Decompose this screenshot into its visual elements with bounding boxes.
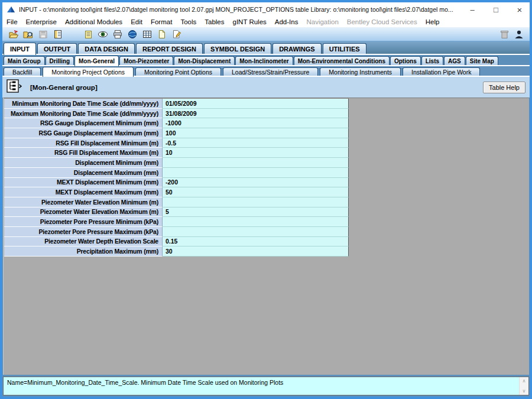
field-value-cell[interactable]: 100 [163,128,349,138]
menu-item[interactable]: Enterprise [22,18,61,25]
tab[interactable]: Load/Stress/Strain/Pressure [223,67,318,76]
table-row: RSG Fill Displacement Maximum (m) 10 [4,148,349,158]
print-icon[interactable] [110,28,125,40]
tab[interactable]: DRAWINGS [273,43,322,54]
menu-item[interactable]: Tables [200,18,228,25]
field-label: MEXT Displacement Maximum (mm) [4,187,163,197]
tab[interactable]: Main Group [4,56,45,65]
preview-eye-icon[interactable] [95,28,110,40]
tab[interactable]: DATA DESIGN [78,43,135,54]
menu-item[interactable]: Format [147,18,176,25]
field-label: RSG Fill Displacement Minimum (m) [4,138,163,148]
tab[interactable]: AGS [444,56,465,65]
tab[interactable]: Mon-General [74,56,119,66]
scroll-down-icon[interactable]: ∨ [523,388,526,394]
table-row: Piezometer Water Depth Elevation Scale 0… [4,237,349,247]
table-row: Maximum Monitoring Date Time Scale (dd/m… [4,109,349,119]
field-value-cell[interactable]: -200 [163,178,349,188]
field-label: MEXT Displacement Minimum (mm) [4,178,163,188]
tab[interactable]: Mon-Inclinometer [235,56,293,65]
table-row: Displacement Minimum (mm) [4,158,349,168]
field-label: Displacement Minimum (mm) [4,158,163,168]
maximize-button[interactable]: □ [486,2,506,17]
field-value-cell[interactable]: 0.15 [163,237,349,247]
tab[interactable]: Site Map [466,56,498,65]
minimize-button[interactable]: – [462,2,482,17]
table-grid-icon[interactable] [140,28,154,40]
table-row: Displacement Maximum (mm) [4,168,349,178]
menu-item[interactable]: Add-Ins [271,18,303,25]
field-value-cell[interactable] [163,197,349,207]
tab[interactable]: Drilling [46,56,74,65]
folder-search-icon[interactable] [21,28,35,40]
tab[interactable]: Mon-Environmental Conditions [294,56,390,65]
tab[interactable]: Monitoring Instruments [320,67,401,76]
menu-item[interactable]: gINT Rules [228,18,270,25]
open-project-icon[interactable] [6,28,21,40]
field-value-cell[interactable]: -1000 [163,118,349,128]
globe-export-icon[interactable] [125,28,140,40]
field-value-cell[interactable]: 5 [163,207,349,218]
field-value-cell[interactable]: -0.5 [163,138,349,148]
table-row: Precipitation Maximum (mm) 30 [4,246,349,257]
new-document-icon[interactable] [154,28,169,40]
tab[interactable]: INPUT [4,43,36,55]
field-label: RSG Fill Displacement Maximum (m) [4,148,163,158]
table-row: RSG Gauge Displacement Maximum (mm) 100 [4,128,349,138]
field-value-cell[interactable] [163,227,349,237]
field-value-cell[interactable]: 30 [163,246,349,257]
field-value-cell[interactable]: 01/05/2009 [163,99,349,109]
field-value-cell[interactable]: 31/08/2009 [163,109,349,119]
table-properties-icon[interactable] [50,28,65,40]
tab[interactable]: Mon-Displacement [174,56,235,65]
grid-area: Minimum Monitoring Date Time Scale (dd/m… [3,98,529,375]
tab[interactable]: Mon-Piezometer [119,56,173,65]
tab[interactable]: Options [390,56,421,65]
field-label: Minimum Monitoring Date Time Scale (dd/m… [4,99,163,109]
menu-item[interactable]: Additional Modules [61,18,126,25]
tertiary-tab-bar: Backfill Monitoring Project Options Moni… [2,66,530,77]
window-title: INPUT - o:\monitoring tool\gint files\2.… [19,6,459,13]
toolbar [2,27,530,41]
close-button[interactable]: × [510,2,530,17]
tab[interactable]: SYMBOL DESIGN [204,43,271,54]
save-icon[interactable] [35,28,50,40]
table-row: Piezometer Water Elevation Maximum (m) 5 [4,207,349,218]
tab[interactable]: REPORT DESIGN [136,43,203,54]
menu-item[interactable]: Help [421,18,444,25]
field-value-cell[interactable] [163,217,349,227]
menu-item[interactable]: Navigation [302,18,342,25]
field-label: Piezometer Pore Pressure Maximum (kPa) [4,227,163,237]
tab[interactable]: Installation Pipe Work [403,67,480,76]
table-row: RSG Gauge Displacement Minimum (mm) -100… [4,118,349,128]
delete-icon[interactable] [497,28,511,40]
report-document-icon[interactable] [80,28,95,40]
status-bar: Name=Minimum_Monitoring_Date_Time_Scale.… [3,377,529,395]
table-help-button[interactable]: Table Help [483,82,525,93]
menu-item[interactable]: Bentley Cloud Services [343,18,421,25]
field-label: Piezometer Water Elevation Minimum (m) [4,197,163,207]
group-tree-icon[interactable] [7,79,22,96]
menu-item[interactable]: File [2,18,22,25]
table-row: Piezometer Pore Pressure Minimum (kPa) [4,217,349,227]
status-scrollbar[interactable]: ∧ ∨ [519,377,528,395]
menu-item[interactable]: Tools [176,18,200,25]
field-label: Piezometer Water Depth Elevation Scale [4,237,163,247]
tab[interactable]: Lists [421,56,443,65]
tab[interactable]: UTILITIES [323,43,366,54]
menu-item[interactable]: Edit [126,18,147,25]
field-value-cell[interactable]: 50 [163,187,349,197]
scroll-up-icon[interactable]: ∧ [523,378,526,384]
field-value-cell[interactable] [163,168,349,178]
field-label: Piezometer Pore Pressure Minimum (kPa) [4,217,163,227]
table-row: MEXT Displacement Minimum (mm) -200 [4,178,349,188]
tab[interactable]: Monitoring Project Options [43,67,134,77]
gint-app-icon [7,5,15,14]
tab[interactable]: Backfill [4,67,41,76]
tab[interactable]: OUTPUT [37,43,77,54]
field-value-cell[interactable]: 10 [163,148,349,158]
tab[interactable]: Monitoring Point Options [135,67,221,76]
user-profile-icon[interactable] [511,28,526,40]
edit-document-icon[interactable] [169,28,184,40]
field-value-cell[interactable] [163,158,349,168]
